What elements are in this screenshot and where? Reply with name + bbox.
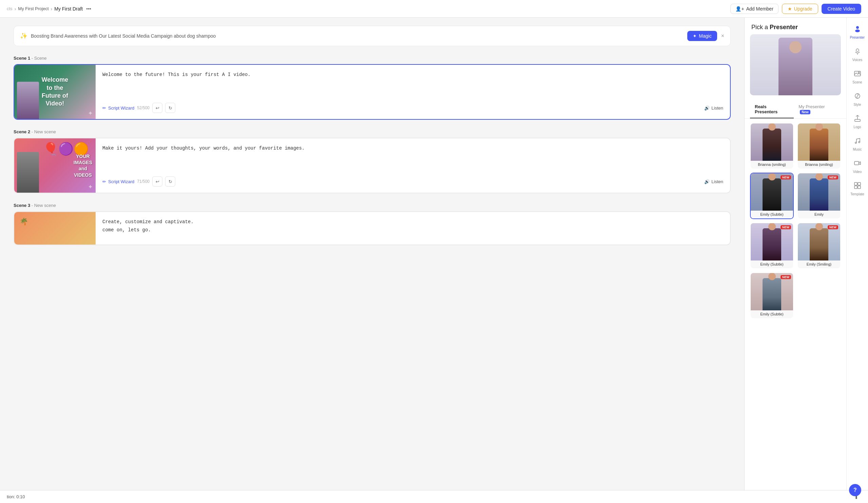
presenter-fig-7	[763, 278, 781, 310]
sidebar-item-video[interactable]: Video	[847, 156, 868, 177]
scene-2-label: Scene 2 - New scene	[13, 129, 731, 134]
presenter-panel: Pick a Presenter Reals Presenters My Pre…	[745, 18, 846, 490]
magic-icon: ✦	[693, 33, 697, 39]
logo-icon	[854, 115, 861, 124]
presenter-card-emily-subtle-1[interactable]: NEW Emily (Subtle)	[750, 173, 794, 219]
scene-2-listen-btn[interactable]: 🔊 Listen	[704, 179, 723, 184]
add-member-button[interactable]: 👤+ Add Member	[730, 4, 778, 14]
scene-3-script[interactable]: Create, customize and captivate.come on,…	[102, 218, 723, 240]
breadcrumb-sep-2: ›	[51, 6, 53, 11]
tab-my-presenter[interactable]: My Presenter New	[794, 101, 841, 119]
magic-bar-close-button[interactable]: ×	[721, 33, 724, 39]
presenter-name-5: Emily (Subtle)	[751, 260, 793, 268]
more-options-btn[interactable]: •••	[86, 6, 91, 11]
scene-2-card[interactable]: 🎈🟣🟠 YOURIMAGESandVIDEOS ✦ Make it yours!…	[13, 138, 731, 193]
video-icon	[854, 160, 861, 168]
scene-1-content: Welcome to the future! This is your firs…	[96, 65, 730, 119]
scene-2-char-count: 71/500	[137, 179, 149, 184]
scene-2-script-wizard-btn[interactable]: ✏ Script Wizard	[102, 179, 134, 184]
presenter-name-4: Emily	[798, 211, 840, 218]
scene-2-script[interactable]: Make it yours! Add your thoughts, your w…	[102, 144, 723, 172]
presenter-name-3: Emily (Subtle)	[751, 211, 793, 218]
scene-1-undo-btn[interactable]: ↩	[152, 103, 163, 113]
listen-icon: 🔊	[704, 105, 710, 111]
scene-3-thumbnail: 🌴	[14, 212, 96, 245]
sidebar-item-logo[interactable]: Logo	[847, 111, 868, 132]
wizard-icon-2: ✏	[102, 179, 106, 184]
scene-1-listen-btn[interactable]: 🔊 Listen	[704, 105, 723, 111]
scene-2-thumb-text: YOURIMAGESandVIDEOS	[74, 153, 92, 178]
scene-1-thumbnail: Welcometo theFuture ofVideo! ✦	[14, 65, 96, 119]
header: cts › My First Project › My First Draft …	[0, 0, 868, 18]
scene-1-card[interactable]: Welcometo theFuture ofVideo! ✦ Welcome t…	[13, 64, 731, 120]
header-actions: 👤+ Add Member ★ Upgrade Create Video	[730, 4, 861, 14]
svg-rect-12	[858, 183, 860, 185]
svg-rect-13	[855, 186, 857, 188]
scene-1-redo-btn[interactable]: ↻	[165, 103, 175, 113]
presenter-card-brianna-2[interactable]: Brianna (smiling)	[797, 123, 841, 169]
svg-point-0	[856, 26, 859, 29]
sidebar-presenter-label: Presenter	[850, 35, 865, 39]
sidebar-item-voices[interactable]: Voices	[847, 44, 868, 65]
scene-1-script-meta: ✏ Script Wizard 52/500 ↩ ↻	[102, 103, 175, 113]
sidebar-video-label: Video	[853, 170, 861, 174]
scene-1-presenter-figure	[17, 82, 39, 119]
presenter-fig-1	[763, 129, 781, 161]
upgrade-button[interactable]: ★ Upgrade	[782, 4, 818, 14]
wizard-icon: ✏	[102, 105, 106, 111]
svg-point-8	[855, 142, 857, 143]
scene-3-label: Scene 3 - New scene	[13, 203, 731, 208]
presenter-name-1: Brianna (smiling)	[751, 161, 793, 168]
sidebar-item-presenter[interactable]: Presenter	[847, 22, 868, 43]
scene-3-card[interactable]: 🌴 Create, customize and captivate.come o…	[13, 211, 731, 245]
new-badge-4: NEW	[828, 175, 838, 179]
sidebar-scene-label: Scene	[852, 80, 862, 84]
presenter-card-emily-smiling[interactable]: NEW Emily (Smiling)	[797, 223, 841, 269]
magic-wand-icon: ✨	[20, 32, 28, 40]
right-sidebar: Presenter Voices Scene	[846, 18, 868, 490]
scene-2-redo-btn[interactable]: ↻	[165, 176, 175, 186]
presenter-card-brianna-1[interactable]: Brianna (smiling)	[750, 123, 794, 169]
scene-2-thumbnail: 🎈🟣🟠 YOURIMAGESandVIDEOS ✦	[14, 138, 96, 193]
presenter-title-pre: Pick a	[751, 24, 770, 31]
scene-1-script-wizard-btn[interactable]: ✏ Script Wizard	[102, 105, 134, 111]
sidebar-item-scene[interactable]: Scene	[847, 66, 868, 88]
breadcrumb-projects[interactable]: cts	[7, 6, 12, 11]
presenter-fig-2	[810, 129, 828, 161]
svg-point-9	[858, 142, 860, 143]
help-button[interactable]: ?	[849, 484, 861, 496]
presenter-card-emily-subtle-3[interactable]: NEW Emily (Subtle)	[750, 273, 794, 319]
magic-bar-text: Boosting Brand Awareness with Our Latest…	[31, 33, 687, 39]
scene-1-script[interactable]: Welcome to the future! This is your firs…	[102, 71, 723, 99]
magic-button[interactable]: ✦ Magic	[687, 31, 717, 41]
new-badge-6: NEW	[828, 225, 838, 229]
tab-reals-label: Reals Presenters	[755, 104, 777, 114]
scene-icon	[854, 70, 861, 79]
presenter-card-emily[interactable]: NEW Emily	[797, 173, 841, 219]
presenter-card-emily-subtle-2[interactable]: NEW Emily (Subtle)	[750, 223, 794, 269]
create-video-button[interactable]: Create Video	[822, 4, 861, 14]
presenter-preview	[750, 34, 841, 95]
svg-rect-11	[855, 183, 857, 185]
sidebar-item-style[interactable]: Style	[847, 89, 868, 110]
scene-1-title: Scene 1	[13, 55, 30, 61]
scene-2-star-icon: ✦	[88, 183, 93, 191]
scene-2-script-meta: ✏ Script Wizard 71/500 ↩ ↻	[102, 176, 175, 186]
scene-2-sublabel: - New scene	[32, 129, 56, 134]
scene-3-sublabel: - New scene	[32, 203, 56, 208]
scene-3-bg: 🌴	[14, 212, 96, 245]
presenter-main-figure	[778, 38, 813, 95]
star-icon: ★	[788, 6, 792, 11]
scene-1-bg: Welcometo theFuture ofVideo!	[14, 65, 96, 119]
scene-1-label: Scene 1 - Scene	[13, 55, 731, 61]
tab-reals-presenters[interactable]: Reals Presenters	[750, 101, 794, 119]
presenter-grid: Brianna (smiling) Brianna (smiling) NEW …	[745, 123, 846, 324]
svg-rect-10	[855, 162, 859, 165]
sidebar-voices-label: Voices	[852, 58, 862, 62]
breadcrumb-project[interactable]: My First Project	[18, 6, 49, 11]
scene-2-bg: 🎈🟣🟠 YOURIMAGESandVIDEOS	[14, 138, 96, 193]
upgrade-label: Upgrade	[794, 6, 813, 11]
sidebar-item-music[interactable]: Music	[847, 134, 868, 155]
scene-2-undo-btn[interactable]: ↩	[152, 176, 163, 186]
sidebar-item-template[interactable]: Template	[847, 178, 868, 199]
